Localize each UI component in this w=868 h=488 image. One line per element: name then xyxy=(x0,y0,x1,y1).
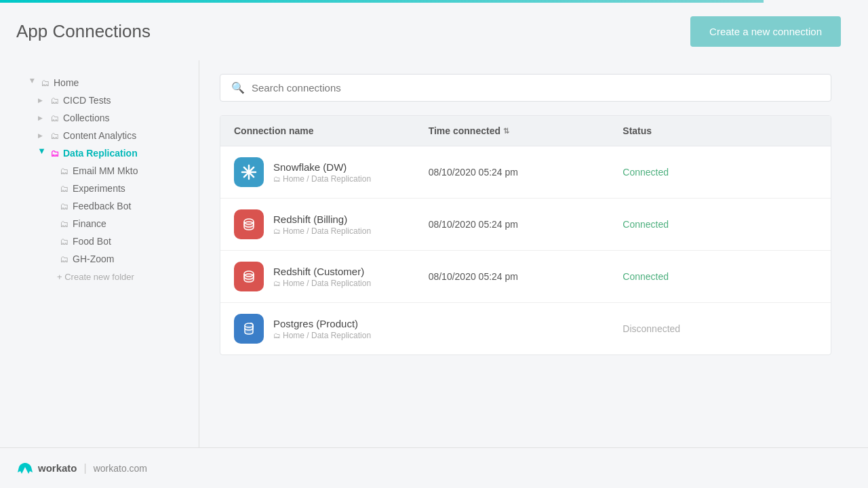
col-header-connection-name: Connection name xyxy=(234,125,429,136)
footer-domain: workato.com xyxy=(94,463,147,474)
folder-icon: 🗂 xyxy=(41,78,50,88)
connection-name: Redshift (Billing) xyxy=(273,214,371,225)
chevron-icon: ▶ xyxy=(39,149,45,157)
folder-icon: 🗂 xyxy=(50,113,59,123)
table-row[interactable]: Postgres (Product)🗂 Home / Data Replicat… xyxy=(220,303,831,354)
connection-path: 🗂 Home / Data Replication xyxy=(273,279,371,288)
connection-name-group: Redshift (Customer)🗂 Home / Data Replica… xyxy=(273,266,371,288)
search-icon: 🔍 xyxy=(231,81,245,94)
connections-table: Connection nameTime connected ⇅Status Sn… xyxy=(220,115,831,355)
sidebar-item-cicd-tests[interactable]: ▶🗂CICD Tests xyxy=(23,92,199,109)
folder-icon: 🗂 xyxy=(60,254,68,264)
search-input[interactable] xyxy=(252,82,820,94)
connection-path: 🗂 Home / Data Replication xyxy=(273,331,371,340)
sidebar-item-gh-zoom[interactable]: 🗂GH-Zoom xyxy=(23,250,199,268)
workato-logo-icon xyxy=(16,462,34,475)
folder-icon: 🗂 xyxy=(60,166,68,176)
page-header: App Connections Create a new connection xyxy=(0,3,868,60)
content-area: 🔍 Connection nameTime connected ⇅Status … xyxy=(199,60,852,448)
sidebar-item-label: Email MM Mkto xyxy=(73,165,138,176)
sidebar-item-collections[interactable]: ▶🗂Collections xyxy=(23,109,199,127)
redshift-icon xyxy=(234,209,264,239)
folder-icon: 🗂 xyxy=(60,184,68,194)
connection-path: 🗂 Home / Data Replication xyxy=(273,226,371,236)
folder-icon: 🗂 xyxy=(60,237,68,247)
sidebar-item-label: Data Replication xyxy=(63,148,138,159)
folder-icon: 🗂 xyxy=(60,219,68,229)
create-connection-button[interactable]: Create a new connection xyxy=(690,16,841,47)
connection-name-group: Postgres (Product)🗂 Home / Data Replicat… xyxy=(273,318,371,340)
table-row[interactable]: Snowflake (DW)🗂 Home / Data Replication0… xyxy=(220,146,831,199)
sidebar-item-label: Finance xyxy=(73,218,106,229)
footer: workato | workato.com xyxy=(0,447,868,488)
sidebar-item-content-analytics[interactable]: ▶🗂Content Analytics xyxy=(23,127,199,144)
chevron-icon: ▶ xyxy=(29,79,36,87)
time-connected-cell: 08/10/2020 05:24 pm xyxy=(429,271,623,282)
chevron-icon: ▶ xyxy=(38,132,46,139)
sort-icon: ⇅ xyxy=(503,127,509,136)
footer-divider: | xyxy=(84,462,87,474)
folder-icon: 🗂 xyxy=(50,148,59,159)
connection-name-group: Snowflake (DW)🗂 Home / Data Replication xyxy=(273,161,371,184)
sidebar-item-label: CICD Tests xyxy=(63,95,111,106)
sidebar-item-label: Experiments xyxy=(73,183,125,194)
folder-icon: 🗂 xyxy=(60,201,68,211)
svg-point-4 xyxy=(248,171,251,174)
status-cell: Disconnected xyxy=(623,323,817,334)
sidebar-item-label: Feedback Bot xyxy=(73,201,131,211)
sidebar-item-food-bot[interactable]: 🗂Food Bot xyxy=(23,232,199,250)
sidebar-item-data-replication[interactable]: ▶🗂Data Replication xyxy=(23,144,199,162)
snowflake-icon xyxy=(234,157,264,187)
sidebar-item-home[interactable]: ▶🗂Home xyxy=(23,74,199,92)
sidebar-item-label: Home xyxy=(54,77,79,88)
page-title: App Connections xyxy=(16,21,151,42)
sidebar: ▶🗂Home▶🗂CICD Tests▶🗂Collections▶🗂Content… xyxy=(16,60,199,448)
status-cell: Connected xyxy=(623,167,817,178)
chevron-icon: ▶ xyxy=(38,97,46,104)
sidebar-item-label: Collections xyxy=(63,113,109,123)
connection-name: Postgres (Product) xyxy=(273,318,371,329)
sidebar-item-email-mm-mkto[interactable]: 🗂Email MM Mkto xyxy=(23,162,199,180)
sidebar-item-label: Content Analytics xyxy=(63,130,136,141)
status-cell: Connected xyxy=(623,271,817,282)
table-header: Connection nameTime connected ⇅Status xyxy=(220,116,831,146)
redshift-icon xyxy=(234,262,264,291)
folder-icon: 🗂 xyxy=(50,131,59,141)
sidebar-item-label: Food Bot xyxy=(73,236,111,247)
sidebar-item-label: GH-Zoom xyxy=(73,253,114,264)
main-layout: ▶🗂Home▶🗂CICD Tests▶🗂Collections▶🗂Content… xyxy=(0,60,868,448)
chevron-icon: ▶ xyxy=(38,115,46,121)
connection-cell: Redshift (Billing)🗂 Home / Data Replicat… xyxy=(234,209,429,239)
connection-cell: Redshift (Customer)🗂 Home / Data Replica… xyxy=(234,262,429,291)
workato-logo: workato | workato.com xyxy=(16,462,147,475)
connection-path: 🗂 Home / Data Replication xyxy=(273,174,371,184)
col-header-status: Status xyxy=(623,125,817,136)
connection-cell: Snowflake (DW)🗂 Home / Data Replication xyxy=(234,157,429,187)
time-connected-cell: 08/10/2020 05:24 pm xyxy=(429,167,623,178)
time-connected-cell: 08/10/2020 05:24 pm xyxy=(429,219,623,230)
connection-name: Snowflake (DW) xyxy=(273,161,371,173)
table-row[interactable]: Redshift (Customer)🗂 Home / Data Replica… xyxy=(220,251,831,303)
connection-cell: Postgres (Product)🗂 Home / Data Replicat… xyxy=(234,314,429,344)
table-row[interactable]: Redshift (Billing)🗂 Home / Data Replicat… xyxy=(220,199,831,251)
sidebar-item-feedback-bot[interactable]: 🗂Feedback Bot xyxy=(23,197,199,215)
status-cell: Connected xyxy=(623,219,817,230)
folder-icon: 🗂 xyxy=(50,96,59,106)
postgres-icon xyxy=(234,314,264,344)
connection-name-group: Redshift (Billing)🗂 Home / Data Replicat… xyxy=(273,214,371,236)
sidebar-item-finance[interactable]: 🗂Finance xyxy=(23,215,199,232)
connection-name: Redshift (Customer) xyxy=(273,266,371,277)
create-folder-link[interactable]: + Create new folder xyxy=(23,268,199,285)
search-bar: 🔍 xyxy=(220,74,831,102)
sidebar-item-experiments[interactable]: 🗂Experiments xyxy=(23,180,199,197)
footer-logo-text: workato xyxy=(38,462,77,474)
col-header-time-connected[interactable]: Time connected ⇅ xyxy=(429,125,623,136)
